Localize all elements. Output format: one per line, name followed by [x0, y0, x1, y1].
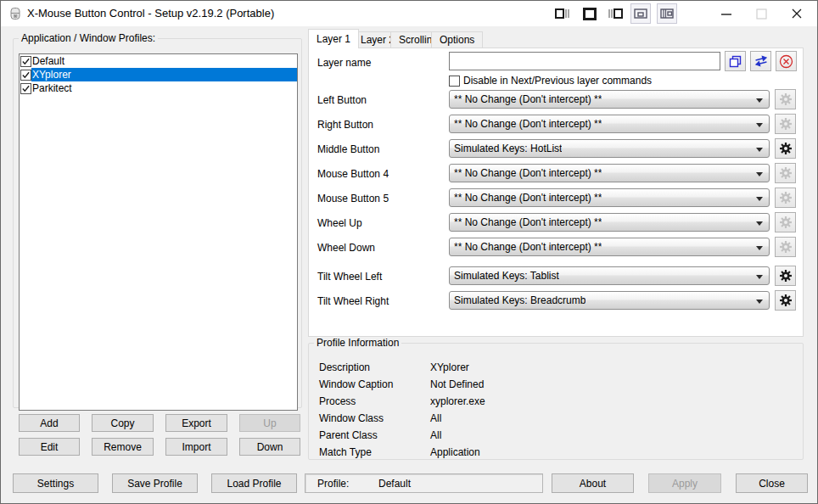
active-profile-status: Profile: Default: [305, 473, 543, 493]
window-title: X-Mouse Button Control - Setup v2.19.2 (…: [27, 7, 274, 20]
profile-list-item[interactable]: XYplorer: [20, 68, 297, 81]
about-button[interactable]: About: [552, 473, 634, 493]
info-value: Not Defined: [430, 378, 484, 390]
layer-name-label: Layer name: [317, 57, 371, 69]
info-value: Application: [430, 446, 480, 458]
mouse-app-icon: [8, 7, 22, 20]
delete-layer-button[interactable]: [776, 51, 797, 71]
disable-layer-checkbox-row[interactable]: Disable in Next/Previous layer commands: [449, 75, 652, 87]
profiles-group-label: Application / Window Profiles:: [19, 32, 158, 44]
checkbox-checked-icon[interactable]: [20, 56, 31, 67]
gear-button-disabled: [775, 163, 796, 183]
chevron-down-icon: [756, 98, 763, 103]
chevron-down-icon: [756, 300, 763, 304]
minimize-icon[interactable]: [716, 3, 737, 24]
window-tile-columns-icon[interactable]: [657, 3, 677, 24]
left-button-select[interactable]: ** No Change (Don't intercept) **: [449, 90, 770, 109]
info-label: Process: [319, 395, 356, 407]
info-label: Window Class: [319, 412, 384, 424]
action-label: Mouse Button 4: [317, 168, 389, 180]
action-label: Tilt Wheel Left: [317, 271, 382, 283]
checkbox-unchecked-icon[interactable]: [449, 76, 460, 87]
up-button: Up: [239, 414, 300, 432]
info-value: XYplorer: [430, 361, 469, 373]
profiles-groupbox: Application / Window Profiles: Default X…: [13, 38, 302, 408]
gear-button-disabled: [775, 212, 796, 232]
wheel-up-select[interactable]: ** No Change (Don't intercept) **: [449, 213, 770, 232]
mouse-button-4-select[interactable]: ** No Change (Don't intercept) **: [449, 164, 770, 182]
gear-button-disabled: [775, 188, 796, 208]
remove-button[interactable]: Remove: [92, 438, 154, 456]
profile-status-value: Default: [378, 478, 411, 490]
chevron-down-icon: [756, 246, 763, 250]
chevron-down-icon: [756, 148, 763, 152]
profile-info-group-label: Profile Information: [314, 337, 401, 349]
action-label: Middle Button: [317, 143, 379, 155]
gear-button[interactable]: [775, 266, 796, 286]
info-label: Parent Class: [319, 429, 378, 441]
chevron-down-icon: [756, 197, 763, 201]
info-label: Description: [319, 361, 370, 373]
profile-name[interactable]: Default: [31, 54, 297, 68]
save-profile-button[interactable]: Save Profile: [112, 473, 198, 493]
tilt-wheel-right-select[interactable]: Simulated Keys: Breadcrumb: [449, 291, 770, 310]
action-label: Left Button: [317, 94, 367, 106]
action-label: Right Button: [317, 119, 373, 131]
apply-button: Apply: [648, 473, 721, 493]
profile-status-label: Profile:: [317, 478, 349, 490]
xmouse-setup-window: X-Mouse Button Control - Setup v2.19.2 (…: [0, 0, 818, 504]
down-button[interactable]: Down: [239, 438, 300, 456]
layer-1-panel: Layer name Disable in Next/Previous laye…: [308, 48, 804, 337]
copy-button[interactable]: Copy: [92, 414, 154, 432]
export-button[interactable]: Export: [165, 414, 227, 432]
add-button[interactable]: Add: [19, 414, 80, 432]
tab-layer-1[interactable]: Layer 1: [308, 29, 359, 48]
action-label: Wheel Up: [317, 217, 362, 229]
info-label: Match Type: [319, 446, 372, 458]
checkbox-checked-icon[interactable]: [20, 83, 31, 94]
window-restore-icon[interactable]: [580, 3, 600, 24]
copy-layer-button[interactable]: [725, 51, 746, 71]
tab-options[interactable]: Options: [431, 31, 483, 48]
profile-info-groupbox: Profile Information DescriptionXYplorer …: [308, 343, 804, 460]
window-thumbnail-icon[interactable]: [630, 3, 651, 24]
info-value: All: [430, 429, 441, 441]
right-button-select[interactable]: ** No Change (Don't intercept) **: [449, 115, 770, 133]
action-label: Wheel Down: [317, 242, 375, 254]
settings-button[interactable]: Settings: [13, 473, 98, 493]
gear-button-disabled: [775, 114, 796, 134]
layer-name-input[interactable]: [449, 52, 720, 70]
mouse-button-5-select[interactable]: ** No Change (Don't intercept) **: [449, 188, 770, 207]
gear-button-disabled: [775, 237, 796, 257]
wheel-down-select[interactable]: ** No Change (Don't intercept) **: [449, 238, 770, 256]
load-profile-button[interactable]: Load Profile: [211, 473, 297, 493]
close-icon[interactable]: [787, 3, 807, 24]
tilt-wheel-left-select[interactable]: Simulated Keys: Tablist: [449, 266, 770, 285]
window-snap-right-icon[interactable]: [552, 3, 573, 24]
titlebar: X-Mouse Button Control - Setup v2.19.2 (…: [1, 1, 817, 26]
action-label: Tilt Wheel Right: [317, 295, 389, 307]
profile-name[interactable]: XYplorer: [31, 68, 297, 81]
profile-list-item[interactable]: Default: [20, 54, 297, 68]
import-button[interactable]: Import: [165, 438, 227, 456]
checkbox-checked-icon[interactable]: [20, 70, 31, 81]
info-value: xyplorer.exe: [430, 395, 485, 407]
middle-button-select[interactable]: Simulated Keys: HotList: [449, 139, 770, 158]
close-button[interactable]: Close: [736, 473, 808, 493]
action-label: Mouse Button 5: [317, 193, 389, 204]
profiles-list[interactable]: Default XYplorer Parkitect: [19, 53, 298, 411]
gear-button-disabled: [775, 89, 796, 109]
window-snap-left-icon[interactable]: [605, 3, 625, 24]
edit-button[interactable]: Edit: [19, 438, 80, 456]
swap-layers-button[interactable]: [750, 51, 771, 71]
disable-layer-checkbox-label: Disable in Next/Previous layer commands: [463, 75, 652, 87]
chevron-down-icon: [756, 123, 763, 127]
profile-name[interactable]: Parkitect: [31, 81, 297, 95]
info-value: All: [430, 412, 441, 424]
chevron-down-icon: [756, 221, 763, 226]
chevron-down-icon: [756, 275, 763, 279]
profile-list-item[interactable]: Parkitect: [20, 81, 297, 95]
gear-button[interactable]: [775, 290, 796, 311]
gear-button[interactable]: [775, 138, 796, 159]
info-label: Window Caption: [319, 378, 393, 390]
